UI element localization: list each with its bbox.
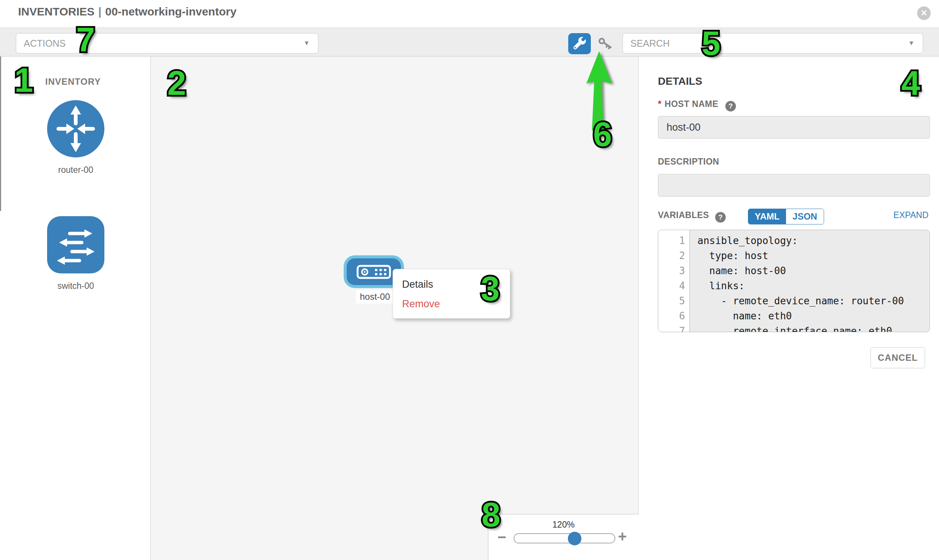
zoom-slider-track[interactable] <box>513 533 615 543</box>
line-number: 3 <box>658 263 689 278</box>
code-line: ansible_topology: <box>697 233 930 248</box>
line-number: 2 <box>658 248 689 263</box>
sidebar-heading: INVENTORY <box>45 77 101 87</box>
description-input[interactable] <box>658 174 930 197</box>
toggle-json[interactable]: JSON <box>786 209 824 224</box>
zoom-control: 120% − + <box>488 514 639 560</box>
host-node-label: host-00 <box>356 290 394 303</box>
required-marker: * <box>658 98 661 109</box>
line-number: 6 <box>658 308 689 323</box>
page-header: INVENTORIES|00-networking-inventory ✕ <box>0 0 939 28</box>
line-number: 1 <box>658 233 689 248</box>
wrench-icon <box>573 37 586 51</box>
search-dropdown-label: SEARCH <box>631 38 669 49</box>
code-line: name: host-00 <box>697 263 930 278</box>
page-title: INVENTORIES|00-networking-inventory <box>18 5 237 18</box>
code-line: remote_interface_name: eth0 <box>697 323 930 332</box>
sidebar-edge-line <box>0 57 1 211</box>
line-number: 7 <box>658 323 689 332</box>
switch-icon <box>47 216 104 274</box>
variables-format-toggle: YAML JSON <box>748 209 824 225</box>
line-number: 5 <box>658 293 689 308</box>
zoom-slider-handle[interactable] <box>568 532 581 545</box>
actions-dropdown[interactable]: ACTIONS ▼ <box>16 33 318 54</box>
variables-editor[interactable]: 1 2 3 4 5 6 7 ansible_topology: type: ho… <box>658 230 930 332</box>
help-icon[interactable]: ? <box>715 212 726 223</box>
host-name-input[interactable] <box>658 116 930 138</box>
tools-button[interactable] <box>568 33 591 54</box>
code-line: name: eth0 <box>697 308 930 323</box>
server-icon <box>356 265 391 279</box>
inventory-sidebar: INVENTORY router-00 <box>0 57 151 560</box>
editor-line-numbers: 1 2 3 4 5 6 7 <box>658 230 690 332</box>
code-line: links: <box>697 278 930 293</box>
actions-dropdown-label: ACTIONS <box>24 38 66 49</box>
node-context-menu: Details Remove <box>393 269 510 318</box>
chevron-down-icon: ▼ <box>908 40 914 47</box>
expand-link[interactable]: EXPAND <box>893 210 928 220</box>
cancel-button[interactable]: CANCEL <box>870 347 925 368</box>
device-label: router-00 <box>47 165 104 175</box>
breadcrumb-separator: | <box>98 5 101 18</box>
help-icon[interactable]: ? <box>725 101 736 111</box>
sidebar-item-switch-00[interactable]: switch-00 <box>47 216 104 291</box>
editor-code[interactable]: ansible_topology: type: host name: host-… <box>690 230 930 332</box>
toggle-yaml[interactable]: YAML <box>748 209 786 224</box>
host-name-label: HOST NAME <box>665 99 719 109</box>
search-dropdown[interactable]: SEARCH ▼ <box>623 33 923 54</box>
close-icon[interactable]: ✕ <box>917 6 931 20</box>
breadcrumb-inventory-name: 00-networking-inventory <box>105 5 236 18</box>
variables-row: VARIABLES ? YAML JSON EXPAND <box>658 210 930 227</box>
chevron-down-icon: ▼ <box>303 40 310 47</box>
details-heading: DETAILS <box>658 75 702 88</box>
topology-canvas[interactable]: host-00 Details Remove 120% − + <box>151 57 639 560</box>
key-button[interactable] <box>598 37 614 51</box>
host-name-label-row: *HOST NAME ? <box>658 98 736 111</box>
zoom-in-button[interactable]: + <box>618 529 627 544</box>
topology-toolbar: ACTIONS ▼ SEARCH ▼ <box>0 28 939 57</box>
context-menu-item-remove[interactable]: Remove <box>393 294 510 314</box>
description-label: DESCRIPTION <box>658 157 719 167</box>
zoom-out-button[interactable]: − <box>497 529 506 545</box>
device-label: switch-00 <box>47 281 104 291</box>
line-number: 4 <box>658 278 689 293</box>
key-icon <box>598 37 614 51</box>
context-menu-item-details[interactable]: Details <box>393 275 510 294</box>
details-panel: DETAILS *HOST NAME ? DESCRIPTION VARIABL… <box>639 57 939 560</box>
code-line: type: host <box>697 248 930 263</box>
variables-label: VARIABLES <box>658 210 709 220</box>
zoom-percentage: 120% <box>488 520 639 530</box>
inventory-topology-page: INVENTORIES|00-networking-inventory ✕ AC… <box>0 0 939 560</box>
router-icon <box>47 100 104 157</box>
breadcrumb-section: INVENTORIES <box>18 5 94 18</box>
code-line: - remote_device_name: router-00 <box>697 293 930 308</box>
sidebar-item-router-00[interactable]: router-00 <box>47 100 104 175</box>
